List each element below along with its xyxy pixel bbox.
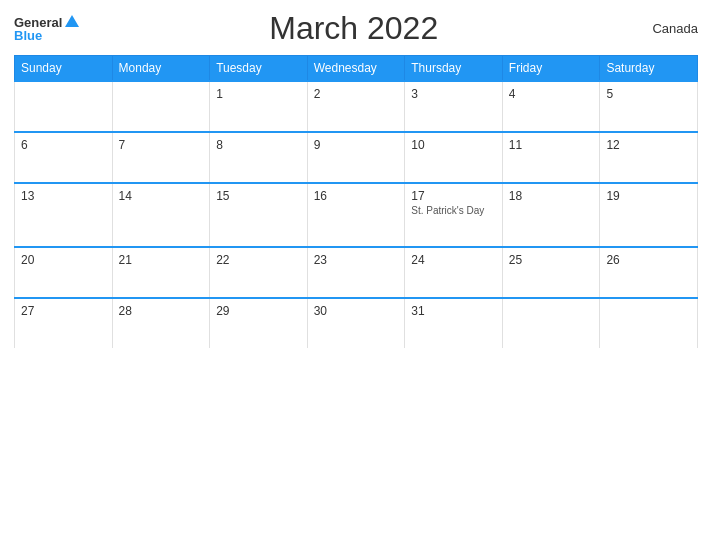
calendar-week-row: 20212223242526 [15, 247, 698, 298]
calendar-body: 1234567891011121314151617St. Patrick's D… [15, 81, 698, 348]
day-number: 16 [314, 189, 399, 203]
calendar-day-cell: 25 [502, 247, 600, 298]
calendar-day-cell: 9 [307, 132, 405, 183]
day-number: 25 [509, 253, 594, 267]
weekday-header-saturday: Saturday [600, 56, 698, 82]
calendar-thead: SundayMondayTuesdayWednesdayThursdayFrid… [15, 56, 698, 82]
calendar-day-cell: 5 [600, 81, 698, 132]
day-number: 9 [314, 138, 399, 152]
weekday-header-thursday: Thursday [405, 56, 503, 82]
calendar-table: SundayMondayTuesdayWednesdayThursdayFrid… [14, 55, 698, 348]
day-number: 6 [21, 138, 106, 152]
day-number: 17 [411, 189, 496, 203]
day-number: 28 [119, 304, 204, 318]
calendar-day-cell [502, 298, 600, 348]
weekday-header-tuesday: Tuesday [210, 56, 308, 82]
day-number: 12 [606, 138, 691, 152]
calendar-day-cell: 19 [600, 183, 698, 247]
calendar-day-cell: 14 [112, 183, 210, 247]
day-number: 7 [119, 138, 204, 152]
calendar-day-cell: 7 [112, 132, 210, 183]
calendar-day-cell: 31 [405, 298, 503, 348]
calendar-wrapper: General Blue March 2022 Canada SundayMon… [0, 0, 712, 550]
calendar-week-row: 2728293031 [15, 298, 698, 348]
day-number: 1 [216, 87, 301, 101]
calendar-day-cell: 6 [15, 132, 113, 183]
country-label: Canada [628, 21, 698, 36]
day-number: 8 [216, 138, 301, 152]
calendar-day-cell: 4 [502, 81, 600, 132]
day-number: 20 [21, 253, 106, 267]
day-number: 23 [314, 253, 399, 267]
calendar-day-cell: 10 [405, 132, 503, 183]
calendar-day-cell: 18 [502, 183, 600, 247]
calendar-day-cell [600, 298, 698, 348]
calendar-day-cell: 29 [210, 298, 308, 348]
calendar-day-cell: 22 [210, 247, 308, 298]
day-number: 2 [314, 87, 399, 101]
calendar-header: General Blue March 2022 Canada [14, 10, 698, 47]
day-number: 3 [411, 87, 496, 101]
calendar-day-cell: 20 [15, 247, 113, 298]
day-number: 18 [509, 189, 594, 203]
calendar-day-cell: 24 [405, 247, 503, 298]
calendar-title: March 2022 [79, 10, 628, 47]
day-number: 15 [216, 189, 301, 203]
day-number: 19 [606, 189, 691, 203]
weekday-header-friday: Friday [502, 56, 600, 82]
event-label: St. Patrick's Day [411, 205, 496, 216]
day-number: 21 [119, 253, 204, 267]
day-number: 11 [509, 138, 594, 152]
calendar-day-cell: 8 [210, 132, 308, 183]
calendar-day-cell: 1 [210, 81, 308, 132]
calendar-day-cell: 17St. Patrick's Day [405, 183, 503, 247]
calendar-day-cell: 28 [112, 298, 210, 348]
day-number: 27 [21, 304, 106, 318]
calendar-day-cell [15, 81, 113, 132]
weekday-header-row: SundayMondayTuesdayWednesdayThursdayFrid… [15, 56, 698, 82]
day-number: 14 [119, 189, 204, 203]
logo-blue-text: Blue [14, 29, 42, 42]
day-number: 5 [606, 87, 691, 101]
calendar-day-cell: 30 [307, 298, 405, 348]
calendar-day-cell: 12 [600, 132, 698, 183]
calendar-day-cell: 21 [112, 247, 210, 298]
logo-triangle-icon [65, 15, 79, 27]
day-number: 22 [216, 253, 301, 267]
calendar-day-cell: 27 [15, 298, 113, 348]
day-number: 26 [606, 253, 691, 267]
day-number: 24 [411, 253, 496, 267]
calendar-day-cell: 26 [600, 247, 698, 298]
calendar-day-cell: 15 [210, 183, 308, 247]
day-number: 31 [411, 304, 496, 318]
calendar-day-cell: 23 [307, 247, 405, 298]
calendar-week-row: 1314151617St. Patrick's Day1819 [15, 183, 698, 247]
calendar-day-cell: 3 [405, 81, 503, 132]
day-number: 30 [314, 304, 399, 318]
day-number: 10 [411, 138, 496, 152]
calendar-day-cell: 13 [15, 183, 113, 247]
day-number: 13 [21, 189, 106, 203]
logo-general-text: General [14, 16, 62, 29]
calendar-day-cell: 11 [502, 132, 600, 183]
calendar-day-cell: 16 [307, 183, 405, 247]
logo: General Blue [14, 16, 79, 42]
calendar-day-cell: 2 [307, 81, 405, 132]
day-number: 4 [509, 87, 594, 101]
day-number: 29 [216, 304, 301, 318]
calendar-week-row: 6789101112 [15, 132, 698, 183]
calendar-week-row: 12345 [15, 81, 698, 132]
calendar-day-cell [112, 81, 210, 132]
weekday-header-wednesday: Wednesday [307, 56, 405, 82]
weekday-header-monday: Monday [112, 56, 210, 82]
weekday-header-sunday: Sunday [15, 56, 113, 82]
